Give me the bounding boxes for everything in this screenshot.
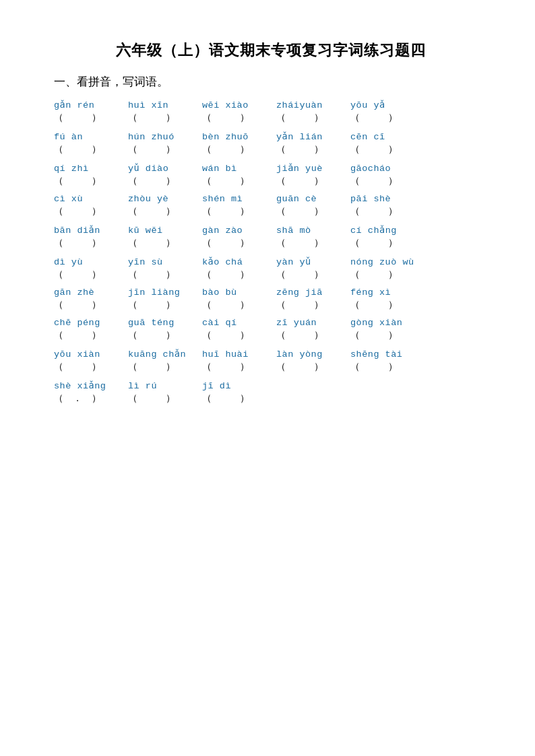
bracket-row-6: （ ）（ ）（ ）（ ）（ ） (54, 299, 488, 311)
pinyin-text: shén mì (202, 194, 243, 204)
bracket-item-5-1: （ ） (128, 269, 202, 281)
pinyin-text: nóng zuò wù (350, 257, 414, 267)
pinyin-item-5-0: dì yù (54, 257, 128, 267)
pinyin-text: yàn yǔ (276, 256, 311, 267)
pinyin-text: gòng xiàn (350, 318, 402, 328)
bracket-item-9-0: （ ． ） (54, 392, 128, 405)
pinyin-text: huì xīn (128, 100, 168, 110)
pinyin-row-7: chē péngguā téngcài qízī yuángòng xiàn (54, 318, 488, 328)
pinyin-item-8-3: làn yòng (276, 349, 350, 359)
pinyin-item-7-1: guā téng (128, 318, 202, 328)
bracket-item-9-2: （ ） (202, 392, 276, 405)
pinyin-item-8-2: huī huài (202, 349, 276, 359)
pinyin-item-1-4: cēn cī (350, 132, 424, 142)
pinyin-text: huī huài (202, 349, 249, 359)
pinyin-text: bān diǎn (54, 224, 100, 236)
bracket-item-6-4: （ ） (350, 299, 424, 311)
bracket-item-1-2: （ ） (202, 143, 276, 156)
pinyin-item-0-2: wēi xiào (202, 100, 276, 110)
pinyin-text: kǎo chá (202, 256, 243, 267)
pinyin-item-7-3: zī yuán (276, 318, 350, 328)
bracket-item-4-0: （ ） (54, 237, 128, 249)
pinyin-row-8: yōu xiànkuāng chǎnhuī huàilàn yòngshēng … (54, 348, 488, 359)
pinyin-text: bèn zhuō (202, 132, 249, 142)
pinyin-text: cài qí (202, 318, 237, 328)
word-row-3: cì xùzhòu yèshén mìguān cèpāi shè（ ）（ ）（… (54, 194, 488, 217)
bracket-item-8-3: （ ） (276, 361, 350, 373)
bracket-item-4-4: （ ） (350, 237, 424, 249)
bracket-item-4-1: （ ） (128, 237, 202, 249)
page-title: 六年级（上）语文期末专项复习字词练习题四 (54, 40, 488, 61)
pinyin-item-6-2: bào bù (202, 287, 276, 298)
pinyin-text: shè xiǎng (54, 380, 106, 391)
pinyin-item-9-0: shè xiǎng (54, 380, 128, 391)
bracket-row-8: （ ）（ ）（ ）（ ）（ ） (54, 361, 488, 373)
bracket-item-6-1: （ ） (128, 299, 202, 311)
bracket-item-4-3: （ ） (276, 237, 350, 249)
pinyin-item-2-3: jiǎn yuè (276, 162, 350, 174)
pinyin-text: cí chǎng (350, 224, 397, 236)
bracket-item-5-3: （ ） (276, 269, 350, 281)
bracket-item-7-1: （ ） (128, 329, 202, 341)
pinyin-text: gǎn rén (54, 99, 94, 110)
bracket-item-3-0: （ ） (54, 205, 128, 217)
word-row-8: yōu xiànkuāng chǎnhuī huàilàn yòngshēng … (54, 348, 488, 373)
bracket-item-6-0: （ ） (54, 299, 128, 311)
section-header: 一、看拼音，写词语。 (54, 74, 488, 90)
pinyin-item-2-2: wán bì (202, 164, 276, 174)
pinyin-item-6-3: zēng jiā (276, 287, 350, 298)
bracket-item-8-4: （ ） (350, 361, 424, 373)
pinyin-item-7-4: gòng xiàn (350, 318, 424, 328)
pinyin-text: féng xì (350, 287, 391, 298)
pinyin-text: shā mò (276, 226, 311, 236)
bracket-item-7-2: （ ） (202, 329, 276, 341)
pinyin-text: dì yù (54, 257, 83, 267)
bracket-item-8-2: （ ） (202, 361, 276, 373)
bracket-item-1-4: （ ） (350, 143, 424, 156)
pinyin-text: cēn cī (350, 132, 385, 142)
pinyin-text: zī yuán (276, 318, 317, 328)
bracket-item-0-0: （ ） (54, 112, 128, 124)
bracket-item-3-1: （ ） (128, 205, 202, 217)
pinyin-item-8-4: shēng tài (350, 349, 424, 359)
bracket-item-5-2: （ ） (202, 269, 276, 281)
pinyin-item-8-1: kuāng chǎn (128, 348, 202, 359)
pinyin-text: yōu yǎ (350, 99, 385, 110)
pinyin-item-5-1: yīn sù (128, 257, 202, 267)
bracket-item-7-0: （ ） (54, 329, 128, 341)
bracket-row-9: （ ． ）（ ）（ ） (54, 392, 488, 405)
bracket-item-3-4: （ ） (350, 205, 424, 217)
bracket-item-5-4: （ ） (350, 269, 424, 281)
pinyin-item-2-4: gāocháo (350, 164, 424, 174)
pinyin-item-4-0: bān diǎn (54, 224, 128, 236)
pinyin-text: làn yòng (276, 349, 323, 359)
pinyin-item-1-2: bèn zhuō (202, 132, 276, 142)
word-row-6: gān zhèjīn liàngbào bùzēng jiāféng xì（ ）… (54, 287, 488, 311)
pinyin-row-1: fú ànhún zhuóbèn zhuōyǎn liáncēn cī (54, 131, 488, 142)
bracket-row-4: （ ）（ ）（ ）（ ）（ ） (54, 237, 488, 249)
pinyin-item-3-1: zhòu yè (128, 194, 202, 204)
bracket-item-3-3: （ ） (276, 205, 350, 217)
pinyin-row-5: dì yùyīn sùkǎo cháyàn yǔnóng zuò wù (54, 256, 488, 267)
word-row-1: fú ànhún zhuóbèn zhuōyǎn liáncēn cī（ ）（ … (54, 131, 488, 156)
pinyin-item-3-2: shén mì (202, 194, 276, 204)
pinyin-item-1-3: yǎn lián (276, 131, 350, 142)
word-row-5: dì yùyīn sùkǎo cháyàn yǔnóng zuò wù（ ）（ … (54, 256, 488, 281)
pinyin-row-3: cì xùzhòu yèshén mìguān cèpāi shè (54, 194, 488, 204)
pinyin-text: chē péng (54, 318, 100, 328)
pinyin-text: yōu xiàn (54, 349, 100, 359)
pinyin-item-3-0: cì xù (54, 194, 128, 204)
pinyin-text: jiǎn yuè (276, 162, 323, 174)
pinyin-text: yǎn lián (276, 131, 323, 142)
bracket-item-8-1: （ ） (128, 361, 202, 373)
pinyin-text: cì xù (54, 194, 83, 204)
pinyin-item-5-4: nóng zuò wù (350, 257, 424, 267)
pinyin-text: yīn sù (128, 257, 163, 267)
bracket-item-2-4: （ ） (350, 175, 424, 187)
bracket-item-0-2: （ ） (202, 112, 276, 124)
pinyin-text: guān cè (276, 194, 317, 204)
word-row-2: qí zhìyǔ diàowán bìjiǎn yuègāocháo（ ）（ ）… (54, 162, 488, 187)
pinyin-item-4-1: kū wěi (128, 226, 202, 236)
pinyin-text: jīn liàng (128, 287, 180, 298)
pinyin-row-6: gān zhèjīn liàngbào bùzēng jiāféng xì (54, 287, 488, 298)
